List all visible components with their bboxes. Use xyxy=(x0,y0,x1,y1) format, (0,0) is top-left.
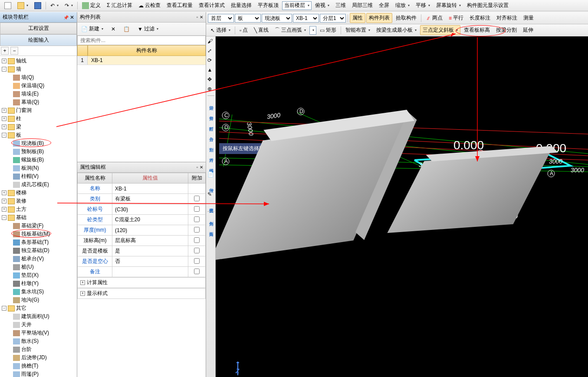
layer-combo[interactable]: 分层1 xyxy=(320,14,346,23)
vbtn-chamfer[interactable]: 倒角 xyxy=(207,214,215,222)
tree-remove-button[interactable]: − xyxy=(10,47,18,55)
tree-scatter-water[interactable]: 散水(S) xyxy=(1,337,76,345)
tree-spiral-slab[interactable]: 螺旋板(B) xyxy=(1,156,76,164)
three-point-slope-button[interactable]: 三点定义斜板▾ xyxy=(420,25,460,35)
tree-column[interactable]: +柱 xyxy=(1,115,76,123)
section-project-settings[interactable]: 工程设置 xyxy=(0,23,77,34)
tree-earth[interactable]: +土方 xyxy=(1,205,76,213)
collapse-display-style[interactable]: +显示样式 xyxy=(77,288,206,299)
define-button[interactable]: 定义 xyxy=(79,0,103,10)
prop-row-is-floor[interactable]: 是否是楼板是 xyxy=(78,246,206,256)
collapse-calc-props[interactable]: +计算属性 xyxy=(77,277,206,288)
view-formula-button[interactable]: 查看计算式 xyxy=(196,0,227,10)
close-icon[interactable]: ✕ xyxy=(200,15,203,20)
section-draw-input[interactable]: 绘图输入 xyxy=(0,34,77,46)
align-dim-button[interactable]: 对齐标注 xyxy=(494,13,520,23)
mirror-icon[interactable]: ▲ xyxy=(207,67,214,74)
zoom-button[interactable]: 缩放▾ xyxy=(393,0,412,10)
close-icon[interactable]: ✕ xyxy=(200,165,203,170)
tree-cast-slab[interactable]: 现浇板(B) xyxy=(1,139,76,148)
screen-rotate-button[interactable]: 屏幕旋转▾ xyxy=(434,0,463,10)
draw-mode-combo[interactable]: ▾ xyxy=(309,26,316,35)
prop-row-remark[interactable]: 备注 xyxy=(78,267,206,277)
vbtn-split[interactable]: 分割 xyxy=(207,140,215,148)
save-file-button[interactable] xyxy=(32,1,44,10)
tree-wall-block[interactable]: 墙垛(E) xyxy=(1,90,76,98)
type-combo[interactable]: 现浇板 xyxy=(262,14,292,23)
tree-pile[interactable]: 桩(U) xyxy=(1,263,76,271)
tree-wall[interactable]: −墙 xyxy=(1,65,76,73)
flat-slab-top-button[interactable]: 平齐板顶 xyxy=(255,0,281,10)
line-button[interactable]: ╲ 直线 xyxy=(251,25,271,35)
copy-component-button[interactable]: 📋 xyxy=(121,25,132,33)
tree-insulation-wall[interactable]: 保温墙(Q) xyxy=(1,82,76,90)
vbtn-extend[interactable]: 延伸 xyxy=(207,98,215,106)
tree-precast-slab[interactable]: 预制板(B) xyxy=(1,148,76,156)
extend-button[interactable]: 延伸 xyxy=(520,25,536,35)
length-dim-button[interactable]: 长度标注 xyxy=(467,13,493,23)
vbtn-break[interactable]: 打断 xyxy=(207,119,215,127)
batch-select-button[interactable]: 批量选择 xyxy=(228,0,254,10)
min-slab-by-beam-button[interactable]: 按梁生成最小板▾ xyxy=(374,25,419,35)
tree-cushion[interactable]: 垫层(X) xyxy=(1,271,76,279)
copy-icon[interactable]: ⊕ xyxy=(207,86,214,93)
smart-layout-button[interactable]: 智能布置▾ xyxy=(343,25,373,35)
vbtn-trim[interactable]: 修剪 xyxy=(207,109,215,117)
tree-independent-foundation[interactable]: 独立基础(D) xyxy=(1,246,76,255)
tree-trench[interactable]: 地沟(G) xyxy=(1,296,76,304)
vbtn-align[interactable]: 对齐 xyxy=(207,151,215,158)
three-d-button[interactable]: 三维 xyxy=(333,0,348,10)
current-floor-combo[interactable]: 当前楼层▾ xyxy=(282,1,312,10)
viewport-3d[interactable]: C D A D S D A 0.000 0.000 -2.000 -2.000 … xyxy=(206,36,588,377)
tree-building-area[interactable]: 建筑面积(U) xyxy=(1,312,76,321)
filter-button[interactable]: ▼ 过滤▾ xyxy=(135,24,161,34)
pan-button[interactable]: 平移▾ xyxy=(413,0,433,10)
tree-other[interactable]: −其它 xyxy=(1,304,76,312)
perspective-button[interactable]: 俯视▾ xyxy=(312,0,332,10)
comp-list-button[interactable]: 构件列表 xyxy=(366,13,392,23)
floor-combo[interactable]: 首层 xyxy=(208,14,234,23)
dock-icon[interactable]: ▫ xyxy=(196,165,198,170)
vbtn-stretch[interactable]: 拉伸 xyxy=(207,181,215,189)
vbtn-offset[interactable]: 偏移 xyxy=(207,161,215,169)
move-icon[interactable]: ✥ xyxy=(207,76,214,83)
point-button[interactable]: ▫ 点 xyxy=(237,25,250,35)
undo-button[interactable]: ↶▾ xyxy=(48,1,61,10)
rotate-icon[interactable]: ⟳ xyxy=(207,57,214,64)
doc-icon[interactable]: 📄 xyxy=(207,171,214,178)
tree-curtain-wall[interactable]: 幕墙(Q) xyxy=(1,98,76,106)
tree-strip-foundation[interactable]: 条形基础(T) xyxy=(1,238,76,246)
component-row[interactable]: 1 XB-1 xyxy=(77,56,206,65)
props-button[interactable]: 属性 xyxy=(350,13,365,23)
tree-patio[interactable]: 天井 xyxy=(1,321,76,329)
rect-button[interactable]: ▭ 矩形 xyxy=(317,25,339,35)
pick-component-button[interactable]: 拾取构件 xyxy=(393,13,419,23)
tree-decoration[interactable]: +装修 xyxy=(1,197,76,205)
tree-slab[interactable]: −板 xyxy=(1,131,76,139)
component-tree[interactable]: +轴线 −墙 墙(Q) 保温墙(Q) 墙垛(E) 幕墙(Q) +门窗洞 +柱 +… xyxy=(0,56,77,377)
prop-row-name[interactable]: 名称XB-1 xyxy=(78,184,206,194)
search-input[interactable] xyxy=(77,36,206,45)
prop-row-is-hollow[interactable]: 是否是空心否 xyxy=(78,256,206,267)
slab-model-1[interactable] xyxy=(210,120,406,260)
tree-pile-cap[interactable]: 桩承台(V) xyxy=(1,255,76,263)
select-button[interactable]: ↖ 选择▾ xyxy=(208,25,233,35)
open-file-button[interactable]: ▾ xyxy=(15,1,31,10)
pencil-icon[interactable]: ✎ xyxy=(207,191,214,198)
cloud-check-button[interactable]: ☁ 云检查 xyxy=(136,0,163,10)
tree-slab-cave[interactable]: 板洞(N) xyxy=(1,164,76,172)
tree-canopy[interactable]: 雨篷(P) xyxy=(1,370,76,377)
fullscreen-button[interactable]: 全屏 xyxy=(376,0,392,10)
tree-door-window[interactable]: +门窗洞 xyxy=(1,106,76,115)
two-point-button[interactable]: ⫽ 两点 xyxy=(423,13,445,23)
three-point-arc-button[interactable]: ⌒ 三点画弧▾ xyxy=(272,25,309,35)
brush-icon[interactable]: 🖌 xyxy=(207,38,214,45)
tree-wall-q[interactable]: 墙(Q) xyxy=(1,73,76,82)
tree-beam[interactable]: +梁 xyxy=(1,123,76,131)
category-combo[interactable]: 板 xyxy=(235,14,261,23)
vbtn-fillet[interactable]: 圆角 xyxy=(207,225,215,233)
tree-column-pier[interactable]: 柱墩(Y) xyxy=(1,279,76,288)
tree-cantilever[interactable]: 挑檐(T) xyxy=(1,362,76,370)
tree-add-button[interactable]: + xyxy=(1,47,9,55)
new-component-button[interactable]: 📄 新建▾ xyxy=(79,24,106,34)
